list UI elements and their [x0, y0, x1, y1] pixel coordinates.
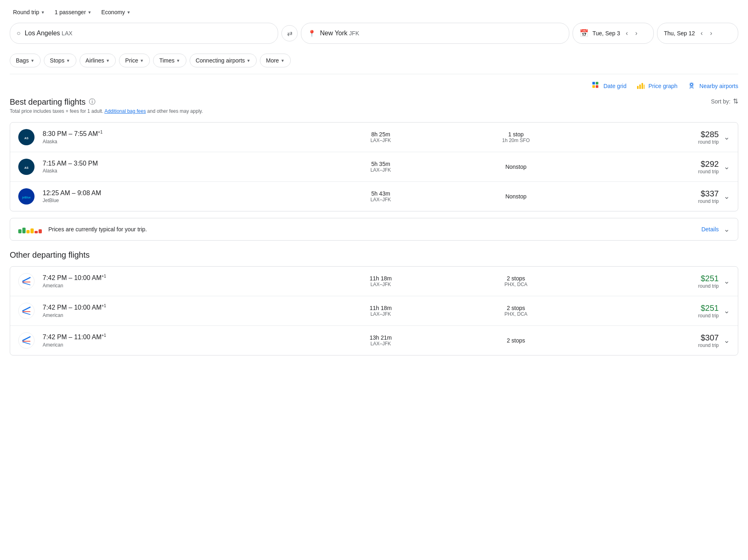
expand-flight-button[interactable]: ⌄: [724, 162, 730, 171]
nearby-airports-button[interactable]: Nearby airports: [687, 81, 738, 91]
flight-stops: 2 stops PHX, DCA: [448, 305, 584, 317]
origin-field[interactable]: ○ Los Angeles LAX: [10, 23, 278, 44]
bags-filter-button[interactable]: Bags ▼: [10, 54, 41, 67]
flight-row[interactable]: 7:42 PM – 10:00 AM+1 American 11h 18m LA…: [10, 267, 738, 296]
expand-flight-button[interactable]: ⌄: [724, 306, 730, 315]
expand-flight-button[interactable]: ⌄: [724, 133, 730, 142]
price-graph-label: Price graph: [649, 83, 678, 89]
origin-text: Los Angeles: [25, 30, 60, 37]
flight-duration: 11h 18m LAX–JFK: [313, 305, 448, 317]
destination-text: New York: [320, 30, 348, 37]
flight-time: 7:42 PM – 11:00 AM+1: [43, 333, 313, 341]
svg-point-21: [20, 304, 33, 317]
nearby-airports-label: Nearby airports: [699, 83, 738, 89]
return-date-next-button[interactable]: ›: [709, 28, 714, 39]
trip-type-button[interactable]: Round trip ▼: [10, 6, 48, 18]
american-logo: [18, 303, 35, 319]
flight-duration: 13h 21m LAX–JFK: [313, 334, 448, 347]
more-chevron-icon: ▼: [281, 58, 285, 63]
times-filter-button[interactable]: Times ▼: [153, 54, 186, 67]
other-flights-title: Other departing flights: [10, 250, 738, 260]
trip-type-label: Round trip: [13, 9, 39, 15]
class-button[interactable]: Economy ▼: [98, 6, 134, 18]
airline-name: American: [43, 342, 313, 348]
price-details-button[interactable]: Details: [701, 226, 719, 233]
svg-point-25: [20, 334, 33, 347]
svg-rect-2: [596, 82, 598, 84]
main-content: Best departing flights ⓘ Total price inc…: [0, 97, 748, 355]
flight-duration: 5h 43m LAX–JFK: [313, 190, 448, 202]
svg-rect-4: [637, 86, 639, 89]
price-filter-button[interactable]: Price ▼: [119, 54, 150, 67]
return-date-prev-button[interactable]: ‹: [699, 28, 704, 39]
calendar-icon: 📅: [579, 29, 588, 38]
price-indicator: [18, 225, 42, 233]
flight-time-info: 12:25 AM – 9:08 AM JetBlue: [43, 190, 313, 203]
flight-row[interactable]: 7:42 PM – 11:00 AM+1 American 13h 21m LA…: [10, 326, 738, 355]
expand-flight-button[interactable]: ⌄: [724, 192, 730, 201]
american-logo: [18, 273, 35, 289]
times-filter-label: Times: [159, 57, 175, 64]
class-label: Economy: [101, 9, 125, 15]
price-chevron-icon: ▼: [140, 58, 144, 63]
filter-bar: Bags ▼ Stops ▼ Airlines ▼ Price ▼ Times …: [0, 50, 748, 74]
best-flights-subtitle: Total price includes taxes + fees for 1 …: [10, 108, 203, 114]
bags-filter-label: Bags: [16, 57, 29, 64]
svg-text:AS: AS: [24, 166, 28, 170]
more-filter-label: More: [266, 57, 279, 64]
passengers-button[interactable]: 1 passenger ▼: [52, 6, 95, 18]
flight-stops: Nonstop: [448, 164, 584, 170]
connecting-airports-filter-button[interactable]: Connecting airports ▼: [190, 54, 257, 67]
destination-pin-icon: 📍: [308, 30, 316, 37]
expand-flight-button[interactable]: ⌄: [724, 277, 730, 286]
depart-date-next-button[interactable]: ›: [633, 28, 639, 39]
svg-rect-1: [592, 85, 595, 88]
return-date-field[interactable]: Thu, Sep 12 ‹ ›: [657, 23, 738, 44]
flight-price: $251 round trip: [584, 274, 719, 289]
flight-price: $292 round trip: [584, 159, 719, 174]
flight-stops: Nonstop: [448, 193, 584, 200]
flight-row[interactable]: AS 7:15 AM – 3:50 PM Alaska 5h 35m LAX–J…: [10, 152, 738, 182]
depart-date-field[interactable]: 📅 Tue, Sep 3 ‹ ›: [573, 23, 654, 44]
flight-time: 7:42 PM – 10:00 AM+1: [43, 304, 313, 311]
stops-filter-button[interactable]: Stops ▼: [44, 54, 76, 67]
destination-field[interactable]: 📍 New York JFK: [301, 23, 569, 44]
info-icon[interactable]: ⓘ: [89, 98, 95, 106]
price-info-card: Prices are currently typical for your tr…: [10, 218, 738, 241]
sort-icon[interactable]: ⇅: [733, 97, 738, 105]
price-filter-label: Price: [125, 57, 138, 64]
more-filter-button[interactable]: More ▼: [260, 54, 291, 67]
class-chevron-icon: ▼: [127, 10, 131, 15]
expand-flight-button[interactable]: ⌄: [724, 336, 730, 345]
svg-rect-7: [644, 84, 644, 89]
additional-fees-link[interactable]: Additional bag fees: [104, 108, 146, 114]
date-grid-icon: [591, 81, 600, 91]
price-graph-button[interactable]: Price graph: [636, 81, 678, 91]
price-info-expand-button[interactable]: ⌄: [724, 225, 730, 234]
nearby-airports-icon: [687, 81, 696, 91]
svg-point-10: [691, 84, 692, 85]
swap-airports-button[interactable]: ⇄: [281, 25, 298, 41]
date-grid-button[interactable]: Date grid: [591, 81, 627, 91]
svg-text:jetBlue: jetBlue: [22, 196, 31, 199]
airline-name: Alaska: [43, 139, 313, 144]
times-chevron-icon: ▼: [176, 58, 180, 63]
svg-rect-5: [639, 84, 641, 89]
flight-time: 7:42 PM – 10:00 AM+1: [43, 274, 313, 282]
flight-stops: 2 stops: [448, 337, 584, 344]
flight-row[interactable]: AS 8:30 PM – 7:55 AM+1 Alaska 8h 25m LAX…: [10, 123, 738, 152]
flight-price: $285 round trip: [584, 130, 719, 145]
flight-time: 12:25 AM – 9:08 AM: [43, 190, 313, 197]
flight-time: 8:30 PM – 7:55 AM+1: [43, 130, 313, 138]
airlines-filter-button[interactable]: Airlines ▼: [80, 54, 116, 67]
trip-type-chevron-icon: ▼: [41, 10, 45, 15]
flight-row[interactable]: jetBlue 12:25 AM – 9:08 AM JetBlue 5h 43…: [10, 182, 738, 211]
flight-price: $337 round trip: [584, 189, 719, 204]
depart-date-prev-button[interactable]: ‹: [624, 28, 629, 39]
svg-rect-6: [642, 83, 643, 89]
best-flights-title: Best departing flights ⓘ: [10, 97, 203, 107]
flight-row[interactable]: 7:42 PM – 10:00 AM+1 American 11h 18m LA…: [10, 296, 738, 326]
price-graph-icon: [636, 81, 645, 91]
return-date-text: Thu, Sep 12: [664, 30, 695, 37]
jetblue-logo: jetBlue: [18, 188, 35, 205]
